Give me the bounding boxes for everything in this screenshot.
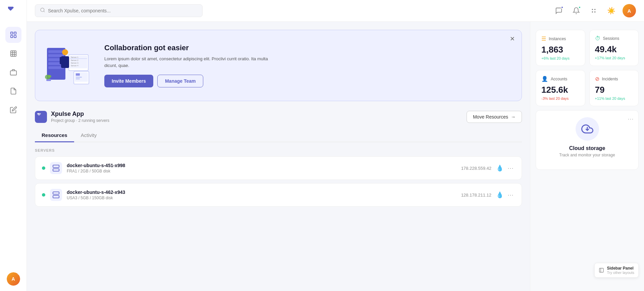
search-box[interactable] — [35, 4, 203, 17]
stat-card-incidents: ⊘ Incidents 79 +11% last 20 days — [589, 70, 639, 106]
sessions-icon: ⏱ — [595, 35, 600, 42]
svg-point-14 — [592, 9, 593, 10]
server-name-0: docker-ubuntu-s-451-x998 — [67, 163, 457, 168]
svg-rect-44 — [53, 165, 59, 167]
server-ip-0: 178.228.559.42 — [461, 166, 491, 171]
server-status-dot-1 — [42, 193, 45, 197]
move-resources-label: Move Resources — [473, 114, 508, 120]
topbar-icons: ☀️ A — [553, 4, 636, 17]
server-more-button-0[interactable]: ⋯ — [506, 163, 515, 173]
accounts-icon: 👤 — [541, 76, 548, 82]
sidebar-item-grid[interactable] — [5, 46, 21, 62]
server-details-0: docker-ubuntu-s-451-x998 FRA1 / 2GB / 50… — [67, 163, 457, 173]
sidebar-item-document[interactable] — [5, 83, 21, 99]
svg-rect-4 — [10, 35, 12, 38]
servers-section-label: SERVERS — [35, 148, 522, 152]
manage-team-button[interactable]: Manage Team — [157, 75, 204, 87]
stat-card-instances: ☰ Instances 1,863 +6% last 20 days — [536, 30, 585, 66]
svg-text:Server 3: Server 3 — [71, 62, 78, 64]
main-area: ☀️ A — [27, 0, 644, 291]
server-actions-0: 💧 ⋯ — [496, 163, 515, 173]
svg-rect-53 — [599, 268, 603, 272]
server-icon-1 — [50, 189, 62, 201]
cloud-card-more-button[interactable]: ⋯ — [628, 115, 634, 123]
banner-close-button[interactable]: ✕ — [508, 35, 516, 43]
sessions-change: +17% last 20 days — [595, 56, 633, 60]
sidebar-panel-sublabel: Try other layouts — [607, 271, 634, 275]
project-info: Xpulse App Project group · 2 running ser… — [35, 111, 109, 123]
svg-rect-43 — [37, 113, 41, 116]
incidents-value: 79 — [595, 85, 633, 95]
incidents-change: +11% last 20 days — [595, 96, 633, 100]
theme-toggle[interactable]: ☀️ — [605, 5, 617, 17]
tab-activity[interactable]: Activity — [74, 129, 104, 142]
search-input[interactable] — [48, 8, 198, 13]
bell-notification-dot — [578, 6, 581, 9]
content-area: Server 1 Server 2 Server 3 Server 4 — [27, 22, 644, 291]
stat-header-instances: ☰ Instances — [541, 35, 580, 42]
server-more-button-1[interactable]: ⋯ — [506, 190, 515, 200]
sidebar-item-briefcase[interactable] — [5, 64, 21, 80]
chat-button[interactable] — [553, 5, 565, 17]
svg-rect-34 — [76, 77, 82, 78]
sidebar-item-note[interactable] — [5, 102, 21, 118]
server-icon-0 — [50, 162, 62, 174]
svg-text:Server 4: Server 4 — [71, 65, 78, 67]
stat-header-accounts: 👤 Accounts — [541, 76, 580, 82]
sidebar: A — [0, 0, 27, 291]
server-ip-1: 128.178.211.12 — [461, 193, 491, 198]
cloud-storage-desc: Track and monitor your storage — [543, 153, 632, 157]
svg-rect-35 — [76, 78, 80, 79]
incidents-label: Incidents — [602, 77, 618, 81]
svg-point-16 — [592, 11, 593, 13]
sidebar-user-avatar[interactable]: A — [7, 272, 20, 286]
main-panel: Server 1 Server 2 Server 3 Server 4 — [27, 22, 530, 291]
server-name-1: docker-ubuntu-s-462-x943 — [67, 190, 457, 195]
banner-illustration: Server 1 Server 2 Server 3 Server 4 — [35, 40, 99, 91]
stats-grid: ☰ Instances 1,863 +6% last 20 days ⏱ Ses… — [536, 30, 639, 106]
svg-rect-3 — [14, 32, 16, 34]
instances-label: Instances — [549, 37, 566, 41]
svg-rect-45 — [53, 169, 59, 171]
project-name: Xpulse App — [51, 111, 109, 118]
svg-rect-48 — [53, 192, 59, 194]
svg-rect-19 — [48, 50, 64, 53]
svg-rect-39 — [46, 79, 51, 81]
move-resources-button[interactable]: Move Resources → — [467, 111, 522, 123]
svg-line-13 — [44, 11, 45, 12]
accounts-value: 125.6k — [541, 85, 580, 95]
server-status-dot-0 — [42, 166, 45, 170]
svg-point-41 — [48, 75, 51, 78]
incidents-icon: ⊘ — [595, 76, 599, 82]
svg-text:Server 2: Server 2 — [71, 59, 78, 61]
sidebar-panel-hint[interactable]: Sidebar Panel Try other layouts — [594, 263, 639, 278]
cloud-storage-card: ⋯ Cloud storage Track and monitor your s… — [536, 110, 639, 170]
svg-rect-11 — [10, 71, 16, 75]
tab-resources[interactable]: Resources — [35, 129, 74, 142]
water-drop-icon-0[interactable]: 💧 — [496, 164, 503, 172]
user-avatar-topbar[interactable]: A — [623, 4, 636, 17]
cloud-icon-circle — [576, 117, 599, 141]
chat-notification-dot — [561, 6, 564, 9]
svg-rect-1 — [8, 7, 14, 11]
svg-rect-5 — [14, 35, 16, 38]
project-meta: Project group · 2 running servers — [51, 118, 109, 123]
search-icon — [40, 7, 45, 14]
arrow-right-icon: → — [511, 114, 516, 120]
invite-members-button[interactable]: Invite Members — [104, 75, 153, 87]
server-card-0: docker-ubuntu-s-451-x998 FRA1 / 2GB / 50… — [35, 156, 522, 180]
topbar: ☀️ A — [27, 0, 644, 22]
svg-rect-49 — [53, 196, 59, 198]
sessions-value: 49.4k — [595, 44, 633, 55]
bell-button[interactable] — [570, 5, 582, 17]
sidebar-item-dashboard[interactable] — [5, 27, 21, 43]
sidebar-logo[interactable] — [7, 5, 20, 19]
instances-icon: ☰ — [541, 35, 546, 42]
svg-point-12 — [41, 8, 44, 12]
svg-rect-6 — [10, 51, 16, 57]
server-details-1: docker-ubuntu-s-462-x943 USA3 / 5GB / 15… — [67, 190, 457, 200]
tabs: Resources Activity — [35, 129, 522, 142]
apps-button[interactable] — [588, 5, 600, 17]
project-details: Xpulse App Project group · 2 running ser… — [51, 111, 109, 123]
water-drop-icon-1[interactable]: 💧 — [496, 191, 503, 199]
